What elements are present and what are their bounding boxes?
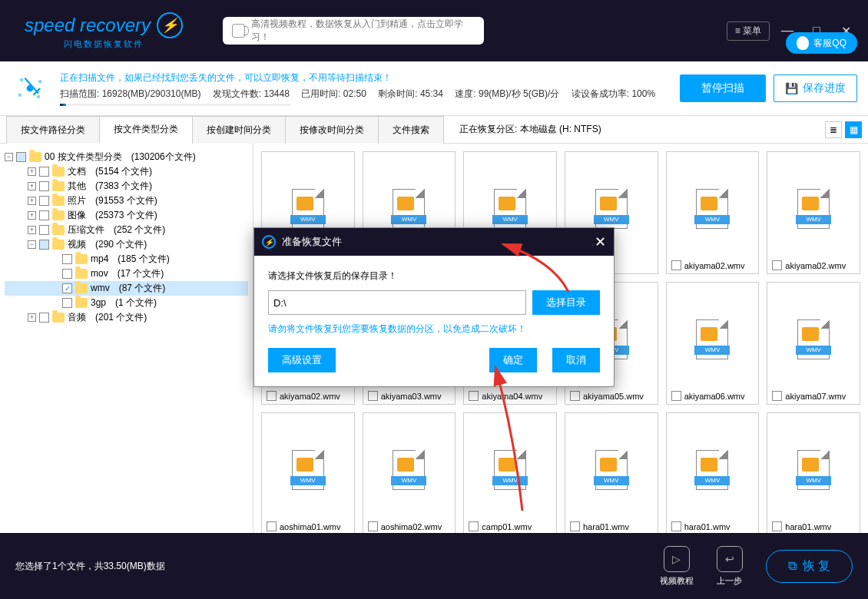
svg-point-1 [20,78,23,81]
ok-button[interactable]: 确定 [489,348,537,372]
checkbox[interactable] [62,269,72,279]
pause-scan-button[interactable]: 暂停扫描 [680,74,766,102]
svg-point-2 [38,80,41,83]
tree-doc[interactable]: +文档 (5154 个文件) [5,164,248,179]
checkbox[interactable] [772,391,782,401]
scan-message: 正在扫描文件，如果已经找到您丢失的文件，可以立即恢复，不用等待扫描结束！ [60,71,669,84]
tree-3gp[interactable]: 3gp (1 个文件) [5,296,248,310]
dialog-prompt: 请选择文件恢复后的保存目录！ [268,270,600,283]
browse-button[interactable]: 选择目录 [532,290,600,315]
checkbox[interactable] [469,521,479,531]
checkbox[interactable] [368,391,378,401]
customer-service-button[interactable]: 客服QQ [786,32,857,54]
play-icon: ▷ [664,546,690,572]
file-cell[interactable]: WMVakiyama06.wmv [666,282,760,405]
checkbox[interactable] [39,313,49,323]
checkbox[interactable] [39,240,49,250]
checkbox[interactable] [267,521,277,531]
tutorial-banner[interactable]: 高清视频教程，数据恢复从入门到精通，点击立即学习！ [223,17,484,45]
menu-button[interactable]: ≡ 菜单 [727,22,770,41]
checkbox[interactable] [469,391,479,401]
cancel-button[interactable]: 取消 [552,348,600,372]
checkbox[interactable] [772,521,782,531]
checkbox[interactable] [671,260,681,270]
file-cell[interactable]: WMVakiyama07.wmv [767,282,860,405]
wmv-file-icon: WMV [393,189,425,229]
recover-button[interactable]: ⧉恢 复 [766,550,853,583]
dialog-close-button[interactable]: ✕ [595,233,606,250]
tree-wmv[interactable]: wmv (87 个文件) [5,281,248,296]
tutorial-banner-text: 高清视频教程，数据恢复从入门到精通，点击立即学习！ [251,18,474,44]
file-cell[interactable]: WMVcamp01.wmv [463,412,557,533]
checkbox[interactable] [570,521,580,531]
file-cell[interactable]: WMVakiyama02.wmv [666,151,760,274]
logo-subtitle: 闪电数据恢复软件 [64,38,144,50]
tab-search[interactable]: 文件搜索 [378,116,444,144]
wmv-file-icon: WMV [797,189,830,229]
checkbox[interactable] [16,152,26,162]
tree-zip[interactable]: +压缩文件 (252 个文件) [5,223,248,237]
tab-by-created[interactable]: 按创建时间分类 [192,116,286,144]
save-path-input[interactable] [268,290,526,315]
file-name: camp01.wmv [482,522,532,531]
file-cell[interactable]: WMVakiyama02.wmv [767,151,860,274]
checkbox[interactable] [39,210,49,220]
folder-icon [75,298,88,308]
folder-icon [52,210,65,220]
tree-image[interactable]: +图像 (25373 个文件) [5,208,248,223]
file-cell[interactable]: WMVhara01.wmv [767,412,860,533]
wmv-file-icon: WMV [797,319,830,359]
folder-icon [29,152,41,162]
tree-audio[interactable]: +音频 (201 个文件) [5,310,248,325]
file-name: akiyama05.wmv [583,392,644,401]
folder-icon [52,240,65,250]
dialog-titlebar[interactable]: ⚡ 准备恢复文件 ✕ [254,228,614,256]
file-tree[interactable]: −00 按文件类型分类 (130206个文件) +文档 (5154 个文件) +… [0,144,253,533]
file-cell[interactable]: WMVhara01.wmv [565,412,658,533]
advanced-settings-button[interactable]: 高级设置 [268,348,336,372]
checkbox[interactable] [772,260,782,270]
list-view-button[interactable]: ≣ [825,121,842,138]
checkbox[interactable] [39,167,49,177]
back-icon: ↩ [717,546,743,572]
tab-by-type[interactable]: 按文件类型分类 [99,116,193,144]
grid-view-button[interactable]: ▦ [845,121,862,138]
folder-icon [52,181,65,191]
file-cell[interactable]: WMVaoshima01.wmv [261,412,355,533]
tree-video[interactable]: −视频 (290 个文件) [5,237,248,252]
checkbox[interactable] [39,181,49,191]
tree-mp4[interactable]: mp4 (185 个文件) [5,252,248,266]
wmv-file-icon: WMV [292,189,324,229]
svg-point-3 [18,94,22,97]
titlebar: speed recovery ⚡ 闪电数据恢复软件 高清视频教程，数据恢复从入门… [0,0,868,61]
checkbox[interactable] [39,225,49,235]
checkbox[interactable] [39,196,49,206]
folder-icon [75,269,88,279]
checkbox[interactable] [62,254,72,264]
checkbox[interactable] [368,521,378,531]
tab-by-modified[interactable]: 按修改时间分类 [285,116,379,144]
tree-mov[interactable]: mov (17 个文件) [5,266,248,281]
wmv-file-icon: WMV [494,450,526,490]
file-cell[interactable]: WMVhara01.wmv [666,412,760,533]
wmv-file-icon: WMV [393,450,425,490]
folder-icon [75,283,88,293]
back-button[interactable]: ↩ 上一步 [717,546,743,587]
tree-other[interactable]: +其他 (7383 个文件) [5,179,248,194]
checkbox[interactable] [267,391,277,401]
checkbox[interactable] [62,283,72,293]
folder-icon [52,167,65,177]
checkbox[interactable] [570,391,580,401]
checkbox[interactable] [62,298,72,308]
file-cell[interactable]: WMVaoshima02.wmv [363,412,456,533]
tree-photo[interactable]: +照片 (91553 个文件) [5,194,248,208]
checkbox[interactable] [671,521,681,531]
tab-by-path[interactable]: 按文件路径分类 [6,116,100,144]
folder-icon [75,254,88,264]
video-tutorial-button[interactable]: ▷ 视频教程 [660,546,694,587]
folder-icon [52,225,65,235]
checkbox[interactable] [671,391,681,401]
tree-root[interactable]: −00 按文件类型分类 (130206个文件) [5,150,248,164]
save-progress-button[interactable]: 💾保存进度 [774,74,857,102]
file-name: akiyama02.wmv [684,261,745,270]
